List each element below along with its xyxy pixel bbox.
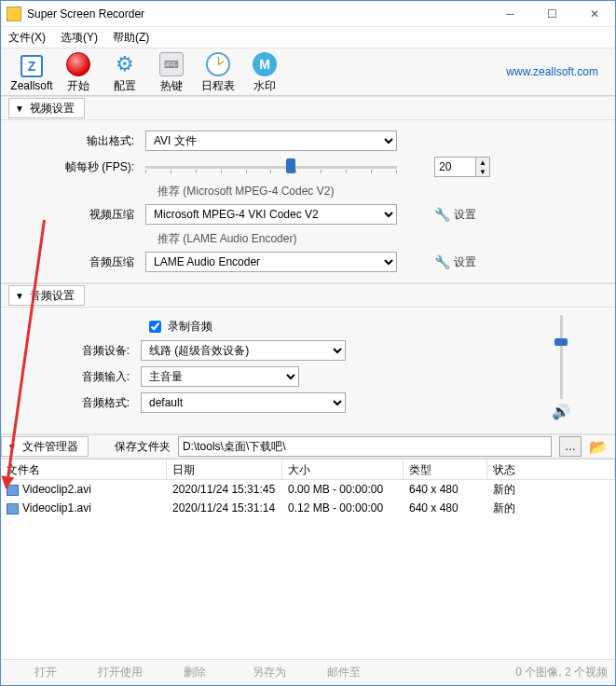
config-button[interactable]: ⚙ 配置 — [102, 49, 148, 94]
audio-input-select[interactable]: 主音量 — [141, 366, 299, 387]
clock-icon — [206, 52, 230, 76]
record-audio-label: 录制音频 — [168, 319, 212, 335]
window-title: Super Screen Recorder — [27, 7, 489, 21]
video-file-icon — [7, 503, 19, 514]
brand-label: Zeallsoft — [10, 79, 52, 92]
file-name: Videoclip2.avi — [22, 483, 91, 496]
file-size: 0.00 MB - 00:00:00 — [282, 481, 404, 498]
vcodec-label: 视频压缩 — [1, 207, 145, 223]
maximize-button[interactable]: ☐ — [531, 1, 573, 27]
close-button[interactable]: ✕ — [573, 1, 615, 27]
schedule-button[interactable]: 日程表 — [195, 49, 241, 94]
vcodec-recommend: 推荐 (Microsoft MPEG-4 Codec V2) — [157, 184, 608, 199]
acodec-label: 音频压缩 — [1, 254, 145, 270]
audio-format-label: 音频格式: — [1, 395, 141, 411]
audio-section-label: 音频设置 — [30, 288, 75, 304]
brand-button[interactable]: Z Zeallsoft — [8, 52, 55, 92]
fps-spin-down[interactable]: ▼ — [476, 167, 489, 176]
config-label: 配置 — [114, 78, 136, 94]
file-status: 新的 — [487, 480, 615, 500]
audio-device-label: 音频设备: — [1, 343, 141, 359]
vendor-url[interactable]: www.zeallsoft.com — [506, 65, 608, 78]
table-row[interactable]: Videoclip1.avi 2020/11/24 15:31:14 0.12 … — [1, 499, 615, 517]
open-button[interactable]: 打开 — [8, 665, 83, 680]
record-audio-checkbox[interactable] — [149, 321, 161, 333]
delete-button[interactable]: 删除 — [157, 665, 232, 680]
acodec-select[interactable]: LAME Audio Encoder — [145, 252, 397, 272]
vcodec-settings-button[interactable]: 🔧 设置 — [434, 207, 476, 223]
audio-device-select[interactable]: 线路 (超级音效设备) — [141, 340, 346, 361]
menu-options[interactable]: 选项(Y) — [57, 28, 102, 48]
zeallsoft-icon: Z — [21, 55, 43, 77]
chevron-down-icon: ▼ — [15, 291, 24, 301]
open-with-button[interactable]: 打开使用 — [83, 665, 157, 680]
vcodec-select[interactable]: Microsoft MPEG-4 VKI Codec V2 — [145, 204, 397, 225]
audio-format-select[interactable]: default — [141, 392, 346, 413]
hotkey-button[interactable]: ⌨ 热键 — [148, 49, 195, 94]
video-section-label: 视频设置 — [30, 101, 75, 117]
col-name[interactable]: 文件名 — [1, 460, 167, 479]
save-folder-input[interactable] — [178, 436, 552, 457]
vcodec-settings-label: 设置 — [454, 207, 476, 223]
file-date: 2020/11/24 15:31:45 — [167, 481, 282, 498]
fps-spin-up[interactable]: ▲ — [476, 158, 489, 167]
open-folder-icon[interactable]: 📂 — [589, 438, 608, 456]
hotkey-label: 热键 — [160, 78, 183, 94]
file-status: 新的 — [487, 499, 615, 518]
browse-button[interactable]: … — [559, 436, 582, 457]
keyboard-icon: ⌨ — [159, 52, 184, 76]
wrench-icon: 🔧 — [434, 254, 450, 269]
audio-section-toggle[interactable]: ▼ 音频设置 — [8, 285, 85, 306]
col-status[interactable]: 状态 — [487, 460, 615, 479]
acodec-settings-button[interactable]: 🔧 设置 — [434, 254, 476, 270]
start-button[interactable]: 开始 — [55, 49, 102, 94]
menu-file[interactable]: 文件(X) — [5, 28, 49, 48]
fps-slider-thumb[interactable] — [286, 158, 295, 173]
fps-slider[interactable] — [145, 157, 397, 177]
file-date: 2020/11/24 15:31:14 — [167, 500, 282, 516]
menu-help[interactable]: 帮助(Z) — [109, 28, 153, 48]
record-icon — [66, 52, 90, 76]
file-type: 640 x 480 — [404, 500, 487, 516]
fps-label: 帧每秒 (FPS): — [1, 159, 145, 175]
output-format-select[interactable]: AVI 文件 — [145, 130, 397, 151]
acodec-settings-label: 设置 — [454, 254, 476, 270]
wrench-icon: 🔧 — [434, 207, 450, 222]
col-type[interactable]: 类型 — [404, 460, 487, 479]
gear-icon: ⚙ — [113, 52, 137, 76]
file-section-label: 文件管理器 — [22, 439, 78, 455]
schedule-label: 日程表 — [201, 78, 235, 94]
watermark-icon: M — [253, 52, 277, 76]
watermark-label: 水印 — [253, 78, 276, 94]
file-type: 640 x 480 — [404, 481, 487, 498]
chevron-down-icon: ▼ — [15, 103, 24, 114]
col-size[interactable]: 大小 — [282, 460, 404, 479]
acodec-recommend: 推荐 (LAME Audio Encoder) — [157, 231, 608, 247]
start-label: 开始 — [67, 78, 89, 94]
speaker-icon[interactable]: 🔊 — [552, 403, 570, 420]
minimize-button[interactable]: ─ — [489, 1, 531, 27]
status-summary: 0 个图像, 2 个视频 — [515, 665, 608, 680]
fps-input[interactable] — [434, 157, 476, 177]
table-row[interactable]: Videoclip2.avi 2020/11/24 15:31:45 0.00 … — [1, 480, 615, 499]
watermark-button[interactable]: M 水印 — [241, 49, 288, 94]
app-icon — [7, 7, 21, 21]
volume-slider[interactable] — [552, 315, 570, 399]
file-name: Videoclip1.avi — [22, 501, 91, 514]
saveas-button[interactable]: 另存为 — [232, 665, 307, 680]
volume-thumb[interactable] — [554, 338, 568, 346]
output-format-label: 输出格式: — [1, 133, 145, 149]
col-date[interactable]: 日期 — [167, 460, 282, 479]
email-button[interactable]: 邮件至 — [307, 665, 381, 680]
save-folder-label: 保存文件夹 — [115, 439, 171, 455]
video-section-toggle[interactable]: ▼ 视频设置 — [8, 98, 85, 118]
file-size: 0.12 MB - 00:00:00 — [282, 500, 404, 516]
